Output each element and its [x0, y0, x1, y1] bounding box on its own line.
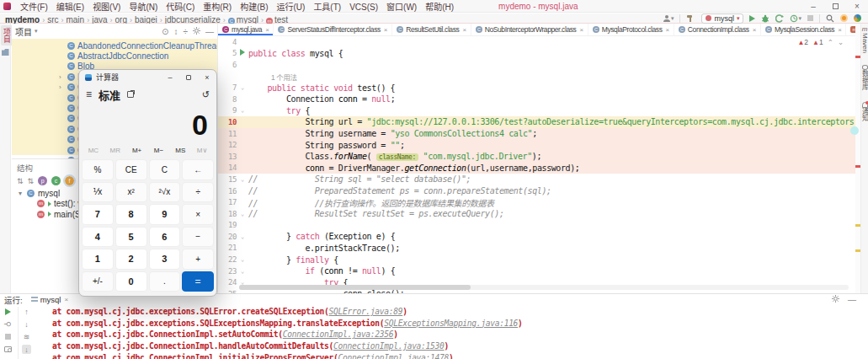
breadcrumb-item[interactable]: Cmysql: [228, 15, 258, 24]
code-line[interactable]: 17// //执行查询操作。返回的是数据库结果集的数据表: [218, 196, 855, 208]
fold-gutter[interactable]: ⌄: [237, 233, 248, 240]
editor-tab[interactable]: CServerStatusDiffInterceptor.class×: [274, 24, 392, 35]
calculator-title-bar[interactable]: 计算器 – ×: [79, 70, 216, 84]
calc-key-²√x[interactable]: ²√x: [149, 182, 181, 203]
close-button[interactable]: ×: [198, 71, 216, 84]
breadcrumb-item[interactable]: mydemo: [5, 15, 40, 24]
soft-wrap-icon[interactable]: ≋: [22, 332, 31, 341]
run-line-icon[interactable]: [240, 49, 245, 56]
calc-key-CE[interactable]: CE: [115, 159, 147, 180]
code-line[interactable]: 13 Class.forName( className: "com.mysql.…: [218, 151, 855, 163]
tool-stripe-database[interactable]: 数据库: [860, 65, 868, 90]
code-line[interactable]: 5public class mysql {: [218, 48, 855, 60]
horizontal-scrollbar[interactable]: [239, 285, 849, 290]
code-line[interactable]: 8 Connection conn = null;: [218, 94, 855, 105]
trace-link[interactable]: ConnectionImpl.java:1530: [333, 341, 444, 351]
commit-icon[interactable]: [2, 49, 9, 56]
fold-gutter[interactable]: ⌄: [237, 256, 248, 263]
breadcrumb-item[interactable]: main: [66, 15, 84, 24]
hamburger-menu-icon[interactable]: ≡: [86, 88, 92, 100]
gear-icon[interactable]: [193, 27, 200, 36]
minimize-button[interactable]: –: [161, 71, 179, 84]
breadcrumb-item[interactable]: src: [47, 15, 58, 24]
code-line[interactable]: 16// PreparedStatement ps = conn.prepare…: [218, 185, 855, 197]
code-line[interactable]: 6: [218, 59, 855, 71]
code-line[interactable]: 15⌄// String sql = "select database()";: [218, 174, 855, 185]
fold-gutter[interactable]: ⌄: [237, 107, 248, 114]
stop-button[interactable]: [807, 15, 813, 21]
breadcrumb-item[interactable]: java: [92, 15, 107, 24]
hide-console-icon[interactable]: —: [848, 295, 856, 304]
inspections-widget[interactable]: ▲2 ▲1 ⌃ ⌄: [797, 38, 844, 46]
calc-key-+/-[interactable]: +/-: [82, 271, 114, 292]
code-line[interactable]: 21 e.printStackTrace();: [218, 243, 855, 255]
history-icon[interactable]: ↺: [202, 89, 210, 100]
project-tree-item[interactable]: CAbandonedConnectionCleanupThread: [12, 40, 217, 51]
usage-hint[interactable]: 1 个用法: [248, 72, 855, 82]
editor-tab[interactable]: CMysqlaSession.class×: [761, 24, 847, 35]
calc-key-x²[interactable]: x²: [115, 182, 147, 203]
editor-tab[interactable]: CConnectionImpl.class×: [674, 24, 761, 35]
calc-key-=[interactable]: =: [182, 271, 214, 292]
filter-p-icon[interactable]: p: [38, 176, 47, 185]
maximize-button[interactable]: [179, 71, 198, 84]
code-editor[interactable]: 45public class mysql {61 个用法7⌄ public st…: [218, 36, 855, 293]
close-icon[interactable]: ×: [64, 296, 68, 303]
coverage-button[interactable]: [775, 14, 784, 23]
chevron-down-icon[interactable]: ▾: [35, 28, 38, 35]
minimize-button[interactable]: –: [802, 0, 824, 12]
code-line[interactable]: 23⌄ if (conn != null) {: [218, 265, 855, 277]
plugin-icon-colored[interactable]: [854, 14, 861, 22]
vcs-user-icon[interactable]: ▾: [663, 14, 674, 23]
run-button[interactable]: [749, 15, 755, 22]
breadcrumb-item[interactable]: baigei: [135, 15, 157, 24]
close-icon[interactable]: ×: [384, 26, 387, 34]
scrollbar-thumb[interactable]: [239, 285, 471, 290]
code-line[interactable]: 4: [218, 36, 855, 48]
breadcrumb-item[interactable]: mtest: [266, 15, 288, 24]
fold-gutter[interactable]: [237, 49, 248, 57]
calc-key-←[interactable]: ←: [182, 159, 214, 180]
expand-all-icon[interactable]: ↕: [174, 27, 178, 36]
code-line[interactable]: 10 String url = "jdbc:mysql://127.0.0.1:…: [218, 116, 855, 128]
memory-button-m−[interactable]: M−: [147, 143, 169, 158]
menu-item[interactable]: 工具(T): [309, 3, 345, 12]
up-stack-icon[interactable]: ↑: [22, 307, 31, 316]
calc-key-÷[interactable]: ÷: [182, 182, 214, 203]
memory-button-m+[interactable]: M+: [126, 143, 148, 158]
menu-item[interactable]: 窗口(W): [382, 3, 421, 12]
calc-key-7[interactable]: 7: [82, 204, 114, 225]
close-button[interactable]: ×: [846, 0, 868, 12]
calc-key-C[interactable]: C: [149, 159, 181, 180]
plugin-icon-orange[interactable]: [840, 14, 848, 22]
calc-key-4[interactable]: 4: [82, 227, 114, 248]
close-icon[interactable]: ×: [753, 26, 756, 34]
screenshot-icon[interactable]: [3, 345, 13, 354]
editor-tab[interactable]: CMysqlaProtocol.class×: [588, 24, 674, 35]
profiler-button[interactable]: ▾: [790, 14, 801, 23]
calc-key-3[interactable]: 3: [149, 249, 181, 270]
code-line[interactable]: 12 String password = "";: [218, 139, 855, 151]
rerun-button[interactable]: [3, 307, 13, 316]
calc-key-.[interactable]: .: [149, 271, 181, 292]
calc-key-−[interactable]: −: [182, 227, 214, 248]
calc-key-×[interactable]: ×: [182, 204, 214, 225]
fold-gutter[interactable]: ⌄: [237, 84, 248, 91]
maximize-button[interactable]: [824, 0, 846, 12]
search-everywhere-icon[interactable]: [826, 14, 834, 23]
code-line[interactable]: 22⌄ } finally {: [218, 254, 855, 265]
hide-panel-icon[interactable]: —: [205, 27, 214, 36]
sort-visibility-icon[interactable]: ⇅: [28, 177, 35, 185]
keep-on-top-icon[interactable]: [127, 91, 134, 98]
memory-button-ms[interactable]: MS: [169, 143, 191, 158]
trace-link[interactable]: SQLError.java:89: [329, 307, 403, 316]
tool-stripe-bell[interactable]: 通知: [860, 102, 868, 121]
debug-button[interactable]: [761, 14, 769, 23]
menu-item[interactable]: VCS(S): [345, 3, 382, 12]
calc-key-6[interactable]: 6: [149, 227, 181, 248]
close-icon[interactable]: ×: [666, 26, 669, 34]
calc-key-%[interactable]: %: [82, 159, 114, 180]
calc-key-2[interactable]: 2: [115, 249, 147, 270]
code-line[interactable]: 20⌄ } catch (Exception e) {: [218, 231, 855, 243]
close-icon[interactable]: ×: [838, 26, 841, 34]
